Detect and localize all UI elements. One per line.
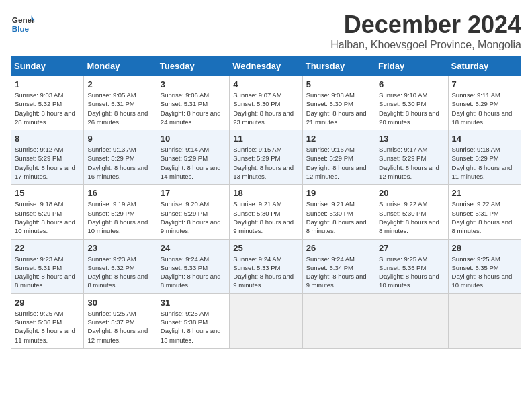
calendar-cell: 7 Sunrise: 9:11 AMSunset: 5:29 PMDayligh… [448, 76, 521, 130]
day-number: 24 [161, 243, 226, 253]
calendar-row: 22 Sunrise: 9:23 AMSunset: 5:31 PMDaylig… [11, 239, 521, 293]
day-number: 31 [161, 298, 226, 308]
day-detail: Sunrise: 9:08 AMSunset: 5:30 PMDaylight:… [306, 91, 371, 126]
calendar-cell [230, 293, 302, 348]
day-detail: Sunrise: 9:17 AMSunset: 5:29 PMDaylight:… [379, 145, 444, 181]
day-number: 16 [87, 188, 152, 198]
day-number: 25 [233, 243, 298, 253]
calendar-cell: 23 Sunrise: 9:23 AMSunset: 5:32 PMDaylig… [84, 239, 157, 293]
day-number: 17 [161, 188, 226, 198]
calendar-cell: 17 Sunrise: 9:20 AMSunset: 5:29 PMDaylig… [157, 185, 229, 239]
day-detail: Sunrise: 9:14 AMSunset: 5:29 PMDaylight:… [161, 145, 226, 181]
calendar-cell: 24 Sunrise: 9:24 AMSunset: 5:33 PMDaylig… [157, 239, 229, 293]
calendar-title: December 2024 [330, 11, 521, 39]
logo-icon: General Blue [11, 11, 35, 35]
day-number: 6 [379, 79, 444, 89]
calendar-cell: 1 Sunrise: 9:03 AMSunset: 5:32 PMDayligh… [11, 76, 84, 130]
day-number: 1 [15, 79, 80, 89]
calendar-cell: 6 Sunrise: 9:10 AMSunset: 5:30 PMDayligh… [375, 76, 448, 130]
day-detail: Sunrise: 9:12 AMSunset: 5:29 PMDaylight:… [15, 145, 80, 181]
day-detail: Sunrise: 9:21 AMSunset: 5:30 PMDaylight:… [306, 199, 371, 235]
page-header: General Blue December 2024 Halban, Khoev… [11, 11, 521, 51]
day-detail: Sunrise: 9:25 AMSunset: 5:36 PMDaylight:… [15, 309, 80, 345]
day-detail: Sunrise: 9:25 AMSunset: 5:37 PMDaylight:… [87, 309, 152, 345]
calendar-cell [448, 293, 521, 348]
day-number: 13 [379, 134, 444, 144]
calendar-cell [302, 293, 375, 348]
calendar-cell: 10 Sunrise: 9:14 AMSunset: 5:29 PMDaylig… [157, 130, 229, 185]
calendar-cell: 29 Sunrise: 9:25 AMSunset: 5:36 PMDaylig… [11, 293, 84, 348]
day-detail: Sunrise: 9:20 AMSunset: 5:29 PMDaylight:… [161, 199, 226, 235]
col-saturday: Saturday [448, 57, 521, 76]
col-wednesday: Wednesday [230, 57, 302, 76]
col-sunday: Sunday [11, 57, 84, 76]
day-detail: Sunrise: 9:25 AMSunset: 5:38 PMDaylight:… [161, 309, 226, 345]
calendar-cell: 5 Sunrise: 9:08 AMSunset: 5:30 PMDayligh… [302, 76, 375, 130]
day-number: 12 [306, 134, 371, 144]
calendar-cell: 13 Sunrise: 9:17 AMSunset: 5:29 PMDaylig… [375, 130, 448, 185]
calendar-cell [375, 293, 448, 348]
calendar-cell: 19 Sunrise: 9:21 AMSunset: 5:30 PMDaylig… [302, 185, 375, 239]
title-block: December 2024 Halban, Khoevsgoel Provinc… [330, 11, 521, 51]
calendar-cell: 26 Sunrise: 9:24 AMSunset: 5:34 PMDaylig… [302, 239, 375, 293]
col-monday: Monday [84, 57, 157, 76]
calendar-cell: 11 Sunrise: 9:15 AMSunset: 5:29 PMDaylig… [230, 130, 302, 185]
day-detail: Sunrise: 9:05 AMSunset: 5:31 PMDaylight:… [87, 91, 152, 126]
day-number: 29 [15, 298, 80, 308]
calendar-cell: 4 Sunrise: 9:07 AMSunset: 5:30 PMDayligh… [230, 76, 302, 130]
day-detail: Sunrise: 9:25 AMSunset: 5:35 PMDaylight:… [452, 255, 517, 290]
day-detail: Sunrise: 9:15 AMSunset: 5:29 PMDaylight:… [233, 145, 298, 181]
calendar-cell: 30 Sunrise: 9:25 AMSunset: 5:37 PMDaylig… [84, 293, 157, 348]
calendar-cell: 28 Sunrise: 9:25 AMSunset: 5:35 PMDaylig… [448, 239, 521, 293]
day-number: 28 [452, 243, 517, 253]
day-number: 3 [161, 79, 226, 89]
day-detail: Sunrise: 9:18 AMSunset: 5:29 PMDaylight:… [452, 145, 517, 181]
day-number: 2 [87, 79, 152, 89]
day-detail: Sunrise: 9:24 AMSunset: 5:33 PMDaylight:… [161, 255, 226, 290]
header-row: Sunday Monday Tuesday Wednesday Thursday… [11, 57, 521, 76]
day-number: 20 [379, 188, 444, 198]
calendar-cell: 20 Sunrise: 9:22 AMSunset: 5:30 PMDaylig… [375, 185, 448, 239]
calendar-cell: 25 Sunrise: 9:24 AMSunset: 5:33 PMDaylig… [230, 239, 302, 293]
calendar-row: 1 Sunrise: 9:03 AMSunset: 5:32 PMDayligh… [11, 76, 521, 130]
day-detail: Sunrise: 9:07 AMSunset: 5:30 PMDaylight:… [233, 91, 298, 126]
day-detail: Sunrise: 9:25 AMSunset: 5:35 PMDaylight:… [379, 255, 444, 290]
day-number: 21 [452, 188, 517, 198]
day-number: 5 [306, 79, 371, 89]
calendar-cell: 3 Sunrise: 9:06 AMSunset: 5:31 PMDayligh… [157, 76, 229, 130]
day-detail: Sunrise: 9:03 AMSunset: 5:32 PMDaylight:… [15, 91, 80, 126]
day-number: 23 [87, 243, 152, 253]
col-tuesday: Tuesday [157, 57, 229, 76]
calendar-row: 8 Sunrise: 9:12 AMSunset: 5:29 PMDayligh… [11, 130, 521, 185]
day-number: 26 [306, 243, 371, 253]
calendar-cell: 8 Sunrise: 9:12 AMSunset: 5:29 PMDayligh… [11, 130, 84, 185]
day-number: 11 [233, 134, 298, 144]
day-detail: Sunrise: 9:23 AMSunset: 5:32 PMDaylight:… [87, 255, 152, 290]
calendar-subtitle: Halban, Khoevsgoel Province, Mongolia [330, 39, 521, 51]
calendar-cell: 14 Sunrise: 9:18 AMSunset: 5:29 PMDaylig… [448, 130, 521, 185]
calendar-row: 29 Sunrise: 9:25 AMSunset: 5:36 PMDaylig… [11, 293, 521, 348]
day-detail: Sunrise: 9:21 AMSunset: 5:30 PMDaylight:… [233, 199, 298, 235]
day-detail: Sunrise: 9:18 AMSunset: 5:29 PMDaylight:… [15, 199, 80, 235]
day-number: 19 [306, 188, 371, 198]
logo: General Blue [11, 11, 35, 35]
day-number: 18 [233, 188, 298, 198]
calendar-cell: 18 Sunrise: 9:21 AMSunset: 5:30 PMDaylig… [230, 185, 302, 239]
day-number: 4 [233, 79, 298, 89]
day-detail: Sunrise: 9:19 AMSunset: 5:29 PMDaylight:… [87, 199, 152, 235]
calendar-row: 15 Sunrise: 9:18 AMSunset: 5:29 PMDaylig… [11, 185, 521, 239]
day-number: 27 [379, 243, 444, 253]
day-number: 9 [87, 134, 152, 144]
calendar-cell: 12 Sunrise: 9:16 AMSunset: 5:29 PMDaylig… [302, 130, 375, 185]
calendar-cell: 15 Sunrise: 9:18 AMSunset: 5:29 PMDaylig… [11, 185, 84, 239]
calendar-cell: 21 Sunrise: 9:22 AMSunset: 5:31 PMDaylig… [448, 185, 521, 239]
calendar-cell: 9 Sunrise: 9:13 AMSunset: 5:29 PMDayligh… [84, 130, 157, 185]
calendar-cell: 2 Sunrise: 9:05 AMSunset: 5:31 PMDayligh… [84, 76, 157, 130]
col-thursday: Thursday [302, 57, 375, 76]
calendar-cell: 22 Sunrise: 9:23 AMSunset: 5:31 PMDaylig… [11, 239, 84, 293]
day-detail: Sunrise: 9:22 AMSunset: 5:31 PMDaylight:… [452, 199, 517, 235]
calendar-table: Sunday Monday Tuesday Wednesday Thursday… [11, 56, 521, 349]
day-detail: Sunrise: 9:10 AMSunset: 5:30 PMDaylight:… [379, 91, 444, 126]
day-number: 10 [161, 134, 226, 144]
day-detail: Sunrise: 9:22 AMSunset: 5:30 PMDaylight:… [379, 199, 444, 235]
